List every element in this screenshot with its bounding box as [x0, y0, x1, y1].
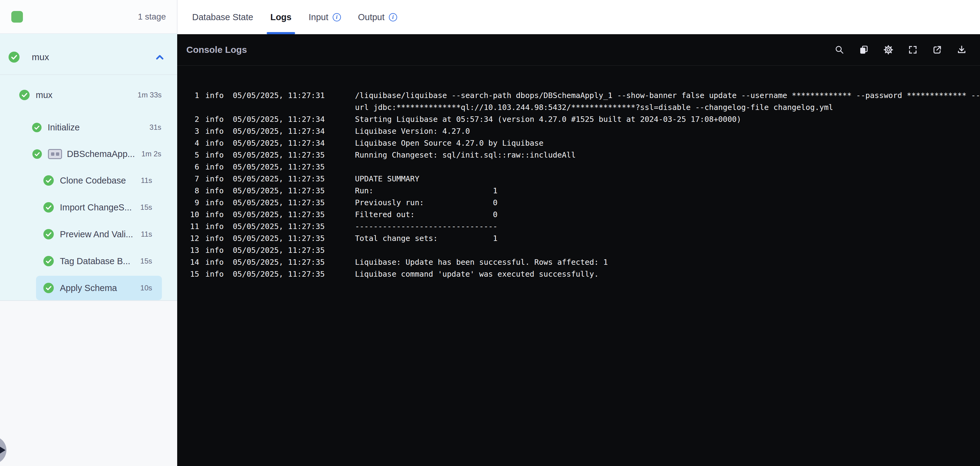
tree-item-step-tag-database[interactable]: Tag Database B... 15s: [36, 249, 162, 273]
success-check-icon: [43, 202, 54, 213]
log-timestamp: 05/05/2025, 11:27:34: [233, 137, 355, 149]
log-line-number: 3: [177, 125, 205, 137]
success-check-icon: [32, 150, 42, 159]
log-line-number: 5: [177, 149, 205, 161]
log-message: Previously run: 0: [355, 197, 980, 208]
tree-item-step-group[interactable]: DBSchemaApp... 1m 2s: [0, 142, 177, 166]
success-check-icon: [43, 229, 54, 239]
log-line: 8info05/05/2025, 11:27:35Run: 1: [177, 185, 980, 197]
tab-label: Output: [358, 12, 385, 22]
success-check-icon: [8, 52, 19, 63]
log-line-number: 11: [177, 221, 205, 232]
log-line: 3info05/05/2025, 11:27:34Liquibase Versi…: [177, 125, 980, 137]
log-timestamp: 05/05/2025, 11:27:34: [233, 125, 355, 137]
tab-label: Input: [309, 12, 328, 22]
log-level: info: [205, 149, 233, 161]
info-icon[interactable]: i: [332, 13, 341, 21]
log-level: info: [205, 137, 233, 149]
tree-item-label: Tag Database B...: [60, 256, 137, 266]
tree-item-duration: 1m 33s: [137, 91, 162, 99]
log-timestamp: 05/05/2025, 11:27:35: [233, 232, 355, 244]
console-header: Console Logs: [177, 34, 980, 66]
log-line: 15info05/05/2025, 11:27:35Liquibase comm…: [177, 268, 980, 280]
chevron-up-icon[interactable]: [154, 53, 165, 61]
success-check-icon: [19, 90, 30, 100]
log-line-number: 12: [177, 232, 205, 244]
log-message: [355, 161, 980, 173]
tab-output[interactable]: Output i: [358, 0, 397, 34]
tree-item-label: Import ChangeS...: [60, 202, 137, 213]
stage-collapse-header[interactable]: mux: [0, 33, 177, 75]
log-message: Liquibase: Update has been successful. R…: [355, 256, 980, 268]
log-level: info: [205, 232, 233, 244]
tab-database-state[interactable]: Database State: [192, 0, 253, 34]
log-timestamp: 05/05/2025, 11:27:35: [233, 197, 355, 208]
log-timestamp: 05/05/2025, 11:27:35: [233, 221, 355, 232]
log-timestamp: 05/05/2025, 11:27:35: [233, 185, 355, 197]
log-message: Liquibase Version: 4.27.0: [355, 125, 980, 137]
log-line: 10info05/05/2025, 11:27:35Filtered out: …: [177, 208, 980, 221]
tab-logs[interactable]: Logs: [270, 0, 291, 34]
execution-sidebar: 1 stage mux mux 1m 33s: [0, 0, 177, 466]
download-icon[interactable]: [957, 45, 967, 55]
log-level: info: [205, 208, 233, 221]
log-timestamp: 05/05/2025, 11:27:35: [233, 256, 355, 268]
stage-panel: mux mux 1m 33s Initialize 31s: [0, 33, 177, 301]
log-message: UPDATE SUMMARY: [355, 173, 980, 185]
tree-item-duration: 11s: [141, 230, 152, 239]
log-line: 11info05/05/2025, 11:27:35--------------…: [177, 221, 980, 232]
log-line-number: 9: [177, 197, 205, 208]
tree-item-step-import-changesets[interactable]: Import ChangeS... 15s: [36, 195, 162, 219]
tree-item-step-clone-codebase[interactable]: Clone Codebase 11s: [36, 168, 162, 193]
log-timestamp: 05/05/2025, 11:27:35: [233, 268, 355, 280]
tree-item-duration: 15s: [140, 203, 152, 212]
success-check-icon: [43, 175, 54, 186]
log-line-number: 4: [177, 137, 205, 149]
log-list: 1info05/05/2025, 11:27:31/liquibase/liqu…: [177, 66, 980, 280]
search-icon[interactable]: [835, 45, 844, 55]
log-line: 7info05/05/2025, 11:27:35UPDATE SUMMARY: [177, 173, 980, 185]
log-line-number: 10: [177, 208, 205, 221]
tree-item-stage-mux[interactable]: mux 1m 33s: [0, 83, 177, 107]
log-line-number: 1: [177, 89, 205, 113]
copy-icon[interactable]: [859, 45, 869, 55]
log-line: 6info05/05/2025, 11:27:35: [177, 161, 980, 173]
play-icon: [0, 447, 5, 454]
tree-item-step-apply-schema[interactable]: Apply Schema 10s: [36, 276, 162, 300]
settings-gear-icon[interactable]: [883, 45, 893, 55]
log-message: /liquibase/liquibase --search-path dbops…: [355, 89, 980, 113]
success-check-icon: [32, 123, 41, 132]
tree-item-duration: 31s: [150, 123, 161, 132]
log-message: Running Changeset: sql/init.sql::raw::in…: [355, 149, 980, 161]
tree-item-step-preview-and-validate[interactable]: Preview And Vali... 11s: [36, 222, 162, 247]
tree-item-duration: 11s: [141, 176, 152, 185]
tab-label: Logs: [270, 12, 291, 22]
log-timestamp: 05/05/2025, 11:27:35: [233, 208, 355, 221]
log-timestamp: 05/05/2025, 11:27:31: [233, 89, 355, 113]
log-level: info: [205, 268, 233, 280]
detail-tabbar: Database State Logs Input i Output i: [177, 0, 980, 34]
log-line: 2info05/05/2025, 11:27:34Starting Liquib…: [177, 113, 980, 125]
execution-tree: mux 1m 33s Initialize 31s DBSchemaApp...…: [0, 83, 177, 300]
info-icon[interactable]: i: [389, 13, 397, 21]
tab-label: Database State: [192, 12, 253, 22]
fullscreen-icon[interactable]: [908, 45, 918, 55]
tab-input[interactable]: Input i: [309, 0, 341, 34]
console-title: Console Logs: [186, 45, 835, 55]
log-line: 5info05/05/2025, 11:27:35Running Changes…: [177, 149, 980, 161]
log-timestamp: 05/05/2025, 11:27:35: [233, 149, 355, 161]
success-check-icon: [43, 283, 54, 293]
tree-item-label: Clone Codebase: [60, 176, 137, 186]
log-level: info: [205, 256, 233, 268]
log-timestamp: 05/05/2025, 11:27:34: [233, 113, 355, 125]
tree-item-initialize[interactable]: Initialize 31s: [0, 115, 177, 139]
log-message: Liquibase command 'update' was executed …: [355, 268, 980, 280]
log-message: Liquibase Open Source 4.27.0 by Liquibas…: [355, 137, 980, 149]
console-actions: [835, 45, 967, 55]
log-message: Run: 1: [355, 185, 980, 197]
log-timestamp: 05/05/2025, 11:27:35: [233, 161, 355, 173]
success-check-icon: [43, 256, 54, 266]
log-line: 13info05/05/2025, 11:27:35: [177, 244, 980, 256]
tree-item-label: mux: [36, 90, 134, 100]
open-in-new-icon[interactable]: [932, 45, 942, 55]
